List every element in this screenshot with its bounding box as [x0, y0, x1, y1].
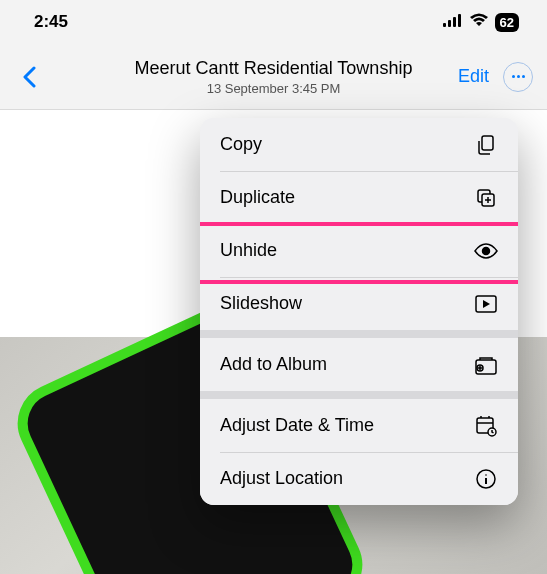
- page-subtitle: 13 September 3:45 PM: [135, 81, 413, 96]
- svg-rect-3: [458, 14, 461, 27]
- menu-label: Slideshow: [220, 293, 302, 314]
- calendar-clock-icon: [474, 414, 498, 438]
- menu-item-slideshow[interactable]: Slideshow: [200, 277, 518, 330]
- back-button[interactable]: [14, 66, 44, 88]
- menu-label: Duplicate: [220, 187, 295, 208]
- menu-item-unhide[interactable]: Unhide: [200, 224, 518, 277]
- edit-button[interactable]: Edit: [458, 66, 489, 87]
- svg-point-14: [485, 474, 487, 476]
- svg-rect-1: [448, 20, 451, 27]
- copy-icon: [474, 133, 498, 157]
- ellipsis-icon: [512, 75, 525, 78]
- svg-rect-4: [482, 136, 493, 150]
- menu-label: Adjust Date & Time: [220, 415, 374, 436]
- status-time: 2:45: [34, 12, 68, 32]
- svg-point-7: [483, 247, 490, 254]
- battery-indicator: 62: [495, 13, 519, 32]
- battery-percent: 62: [500, 15, 514, 30]
- info-icon: [474, 467, 498, 491]
- wifi-icon: [469, 13, 489, 31]
- status-bar: 2:45 62: [0, 0, 547, 44]
- svg-rect-0: [443, 23, 446, 27]
- svg-rect-2: [453, 17, 456, 27]
- menu-label: Adjust Location: [220, 468, 343, 489]
- menu-label: Add to Album: [220, 354, 327, 375]
- nav-title-block: Meerut Cantt Residential Township 13 Sep…: [135, 58, 413, 96]
- menu-item-copy[interactable]: Copy: [200, 118, 518, 171]
- play-icon: [474, 292, 498, 316]
- menu-separator: [200, 330, 518, 338]
- menu-item-duplicate[interactable]: Duplicate: [200, 171, 518, 224]
- context-menu: Copy Duplicate Unhide Slideshow A: [200, 118, 518, 505]
- menu-label: Unhide: [220, 240, 277, 261]
- menu-label: Copy: [220, 134, 262, 155]
- more-button[interactable]: [503, 62, 533, 92]
- status-indicators: 62: [443, 13, 519, 32]
- menu-item-add-to-album[interactable]: Add to Album: [200, 338, 518, 391]
- page-title: Meerut Cantt Residential Township: [135, 58, 413, 79]
- eye-icon: [474, 239, 498, 263]
- album-add-icon: [474, 353, 498, 377]
- menu-separator: [200, 391, 518, 399]
- duplicate-icon: [474, 186, 498, 210]
- nav-bar: Meerut Cantt Residential Township 13 Sep…: [0, 44, 547, 110]
- menu-item-adjust-date-time[interactable]: Adjust Date & Time: [200, 399, 518, 452]
- menu-item-adjust-location[interactable]: Adjust Location: [200, 452, 518, 505]
- cellular-icon: [443, 13, 463, 31]
